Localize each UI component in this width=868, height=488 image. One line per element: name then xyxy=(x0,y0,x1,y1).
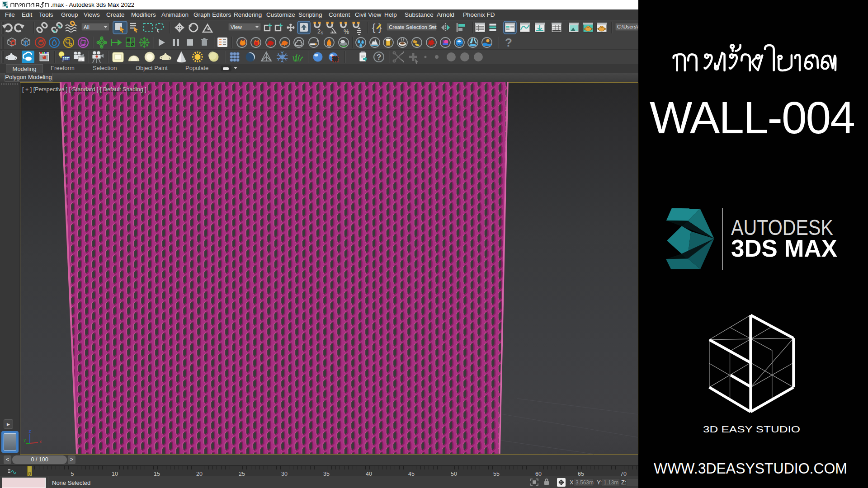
svg-text:All: All xyxy=(84,24,90,30)
svg-text:Y:: Y: xyxy=(597,479,602,486)
svg-text:%: % xyxy=(344,28,349,35)
svg-text:?: ? xyxy=(377,53,381,61)
svg-text:View: View xyxy=(231,24,242,30)
svg-text:1.13m: 1.13m xyxy=(604,479,618,486)
svg-text:WWW.3DEASYSTUDIO.COM: WWW.3DEASYSTUDIO.COM xyxy=(654,460,847,477)
svg-text:3DS MAX: 3DS MAX xyxy=(731,235,837,262)
svg-text:3D EASY STUDIO: 3D EASY STUDIO xyxy=(703,424,800,434)
svg-text:2: 2 xyxy=(317,28,321,35)
svg-text:{: { xyxy=(372,22,375,33)
svg-text:Z:: Z: xyxy=(621,479,627,486)
svg-text:C:\Users\U: C:\Users\U xyxy=(617,24,638,29)
svg-text:?: ? xyxy=(505,36,512,49)
svg-text:x: x xyxy=(39,439,42,444)
svg-text:Create Selection Set: Create Selection Set xyxy=(389,24,437,30)
svg-text:z: z xyxy=(29,428,31,434)
svg-text:3.563m: 3.563m xyxy=(576,479,594,486)
svg-text:y: y xyxy=(24,437,26,442)
